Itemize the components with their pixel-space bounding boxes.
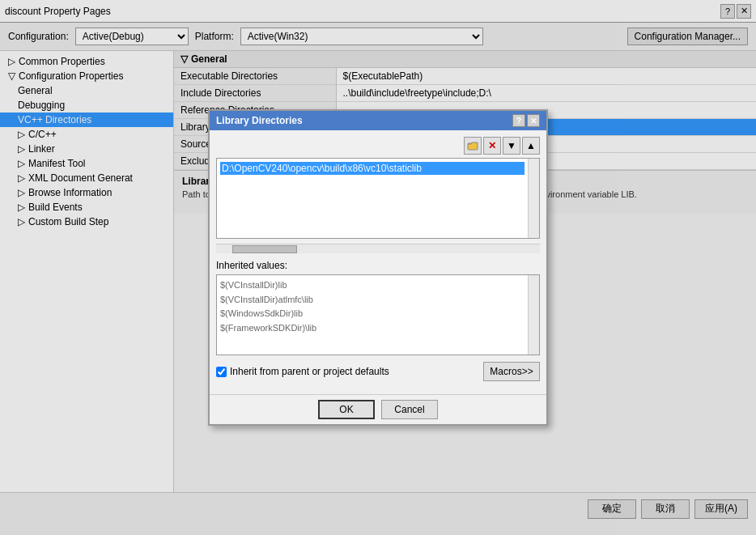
modal-title: Library Directories (216, 115, 303, 126)
inherited-list-box: $(VCInstallDir)lib $(VCInstallDir)atlmfc… (216, 274, 540, 355)
list-item[interactable]: D:\OpenCV240\opencv\build\x86\vc10\stati… (220, 162, 525, 175)
folder-icon-button[interactable] (464, 137, 482, 155)
modal-titlebar: Library Directories ? ✕ (210, 111, 546, 130)
directory-list-content: D:\OpenCV240\opencv\build\x86\vc10\stati… (217, 159, 528, 238)
delete-icon-button[interactable]: ✕ (483, 137, 501, 155)
modal-toolbar: ✕ ▼ ▲ (216, 137, 540, 155)
modal-dialog: Library Directories ? ✕ ✕ ▼ ▲ (208, 109, 548, 426)
modal-body: ✕ ▼ ▲ D:\OpenCV240\opencv\build\x86\vc10… (210, 130, 546, 394)
modal-overlay: Library Directories ? ✕ ✕ ▼ ▲ (0, 0, 756, 535)
modal-close-button[interactable]: ✕ (527, 114, 540, 127)
modal-footer: OK Cancel (210, 394, 546, 424)
move-down-icon-button[interactable]: ▼ (503, 137, 520, 155)
inherit-checkbox[interactable] (216, 367, 227, 377)
scrollbar[interactable] (528, 159, 539, 238)
inherited-label: Inherited values: (216, 260, 540, 271)
inherited-item: $(VCInstallDir)atlmfc\lib (220, 293, 525, 308)
move-up-icon-button[interactable]: ▲ (522, 137, 540, 155)
inherited-content: $(VCInstallDir)lib $(VCInstallDir)atlmfc… (217, 275, 528, 355)
modal-ok-button[interactable]: OK (318, 400, 375, 419)
inherited-item: $(FrameworkSDKDir)\lib (220, 321, 525, 336)
modal-title-buttons: ? ✕ (512, 114, 540, 127)
checkbox-row: Inherit from parent or project defaults … (216, 362, 540, 381)
modal-cancel-button[interactable]: Cancel (381, 400, 438, 419)
directory-list-box[interactable]: D:\OpenCV240\opencv\build\x86\vc10\stati… (216, 158, 540, 239)
modal-help-button[interactable]: ? (512, 114, 525, 127)
inherited-item: $(WindowsSdkDir)lib (220, 307, 525, 321)
hscroll-thumb[interactable] (232, 245, 297, 253)
scrollbar[interactable] (528, 275, 539, 355)
horizontal-scrollbar[interactable] (216, 244, 540, 253)
macros-button[interactable]: Macros>> (483, 362, 540, 381)
inherited-item: $(VCInstallDir)lib (220, 278, 525, 293)
inherit-checkbox-label[interactable]: Inherit from parent or project defaults (216, 366, 389, 377)
